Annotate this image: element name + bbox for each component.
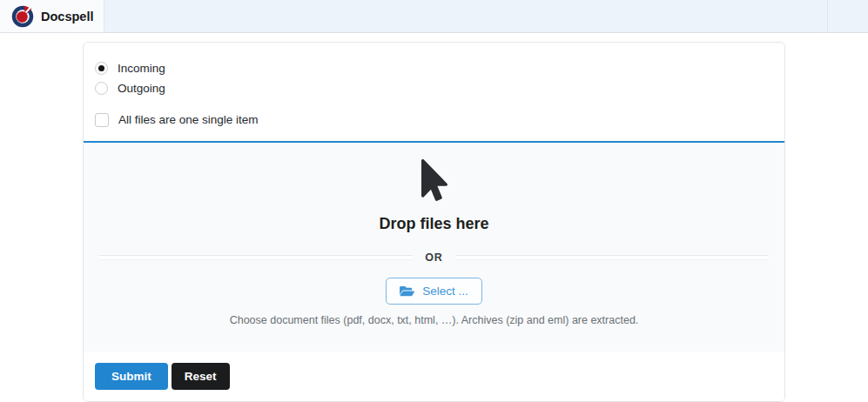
radio-outgoing-label: Outgoing xyxy=(118,82,165,95)
dropzone-hint: Choose document files (pdf, docx, txt, h… xyxy=(92,314,776,326)
radio-outgoing[interactable] xyxy=(95,82,108,95)
upload-page: Incoming Outgoing All files are one sing… xyxy=(0,42,868,402)
select-files-button-label: Select ... xyxy=(422,285,468,298)
hamburger-menu-button[interactable] xyxy=(827,0,868,32)
file-dropzone[interactable]: Drop files here OR Select ... Choose doc… xyxy=(84,141,784,352)
docspell-logo-icon xyxy=(11,5,34,28)
single-item-checkbox[interactable] xyxy=(95,113,109,127)
brand-home-link[interactable]: Docspell xyxy=(0,0,104,32)
checkbox-row-single-item[interactable]: All files are one single item xyxy=(95,110,773,130)
top-navbar: Docspell xyxy=(0,0,868,33)
upload-card: Incoming Outgoing All files are one sing… xyxy=(83,42,785,402)
radio-row-incoming[interactable]: Incoming xyxy=(95,58,773,78)
folder-open-icon xyxy=(400,285,414,298)
upload-options: Incoming Outgoing All files are one sing… xyxy=(84,43,784,141)
or-divider: OR xyxy=(99,251,769,264)
select-files-button[interactable]: Select ... xyxy=(386,278,482,305)
submit-button[interactable]: Submit xyxy=(95,363,168,390)
mouse-pointer-icon xyxy=(421,159,448,204)
navbar-spacer xyxy=(104,0,827,32)
radio-incoming[interactable] xyxy=(95,62,108,75)
radio-row-outgoing[interactable]: Outgoing xyxy=(95,78,773,98)
radio-incoming-label: Incoming xyxy=(118,62,165,75)
single-item-checkbox-label: All files are one single item xyxy=(118,113,259,126)
or-divider-label: OR xyxy=(413,251,455,264)
brand-label: Docspell xyxy=(41,10,93,23)
dropzone-title: Drop files here xyxy=(92,215,776,233)
card-footer: Submit Reset xyxy=(84,352,784,401)
reset-button[interactable]: Reset xyxy=(172,363,230,390)
